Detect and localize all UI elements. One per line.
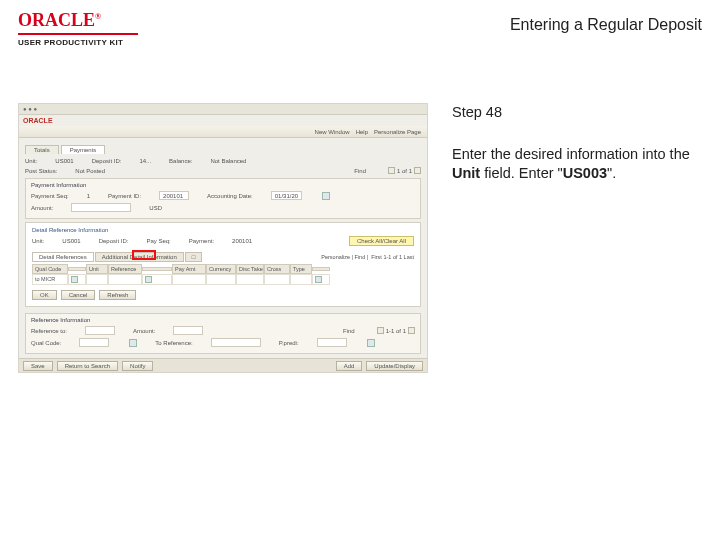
ss-grid-row: to MICR <box>32 274 414 285</box>
ss-payment-info-panel: Payment Information Payment Seq: 1 Payme… <box>25 178 421 219</box>
ss-dr-payment-label: Payment: <box>189 238 214 244</box>
lookup-icon[interactable] <box>145 276 152 283</box>
ss-cell-reference[interactable] <box>108 274 142 285</box>
ss-notify-button[interactable]: Notify <box>122 361 153 371</box>
calendar-icon[interactable] <box>322 192 330 200</box>
ss-ppred-label: P.predi: <box>279 340 299 346</box>
ss-find-label[interactable]: Find <box>354 168 366 174</box>
ss-toref-label: To Reference: <box>155 340 192 346</box>
ss-payment-info-header: Payment Information <box>31 182 415 188</box>
ss-depositid-value: 14... <box>139 158 151 164</box>
ss-ppred-input[interactable] <box>317 338 347 347</box>
ss-update-button[interactable]: Update/Display <box>366 361 423 371</box>
ss-cell-payamt[interactable] <box>172 274 206 285</box>
oracle-logo: ORACLE® <box>18 10 168 31</box>
ss-refamt-input[interactable] <box>173 326 203 335</box>
ss-dr-deposit-label: Deposit ID: <box>99 238 129 244</box>
ss-unit-label: Unit: <box>25 158 37 164</box>
ss-cell-lookup3[interactable] <box>312 274 330 285</box>
ss-dr-payseq-label: Pay Seq: <box>146 238 170 244</box>
ss-qualcode-input[interactable] <box>79 338 109 347</box>
ss-toref-input[interactable] <box>211 338 261 347</box>
ss-payseq-value: 1 <box>87 193 90 199</box>
ss-dr-payment-value: 200101 <box>232 238 252 244</box>
ss-refto-input[interactable] <box>85 326 115 335</box>
ss-ref-next[interactable] <box>408 327 415 334</box>
ss-refto-label: Reference to: <box>31 328 67 334</box>
ss-cell-lookup1[interactable] <box>68 274 86 285</box>
ss-poststatus-label: Post Status: <box>25 168 57 174</box>
ss-accdate-label: Accounting Date: <box>207 193 253 199</box>
ss-balance-value: Not Balanced <box>210 158 246 164</box>
ss-browser-bar: ● ● ● <box>19 104 427 115</box>
ss-unit-value: US001 <box>55 158 73 164</box>
ss-depositid-label: Deposit ID: <box>92 158 122 164</box>
ss-reference-info-panel: Reference Information Reference to: Amou… <box>25 313 421 354</box>
ss-ref-find[interactable]: Find <box>343 328 355 334</box>
ss-ok-button[interactable]: OK <box>32 290 57 300</box>
ss-grouptab-additional[interactable]: Additional Detail Information <box>95 252 184 262</box>
ss-dr-unit-label: Unit: <box>32 238 44 244</box>
ss-cancel-button[interactable]: Cancel <box>61 290 96 300</box>
ss-currency: USD <box>149 205 162 211</box>
ss-grid-header: Qual Code Unit Reference Pay Amt Currenc… <box>32 264 414 274</box>
ss-app-logo: ORACLE <box>19 115 57 126</box>
ss-tab-totals[interactable]: Totals <box>25 145 59 154</box>
ss-footer: Save Return to Search Notify Add Update/… <box>19 358 427 372</box>
ss-amount-label: Amount: <box>31 205 53 211</box>
ss-accdate-input[interactable]: 01/31/20 <box>271 191 302 200</box>
ss-save-button[interactable]: Save <box>23 361 53 371</box>
ss-paymentid-input[interactable]: 200101 <box>159 191 189 200</box>
ss-ref-prev[interactable] <box>377 327 384 334</box>
ss-grouptab-expand[interactable]: □ <box>185 252 203 262</box>
ss-detail-ref-panel: Detail Reference Information Unit: US001… <box>25 222 421 307</box>
ss-cell-lookup2[interactable] <box>142 274 172 285</box>
ss-link-personalize[interactable]: Personalize Page <box>374 129 421 135</box>
ss-refresh-button[interactable]: Refresh <box>99 290 136 300</box>
ss-cell-disc[interactable] <box>236 274 264 285</box>
product-name: USER PRODUCTIVITY KIT <box>18 38 168 47</box>
lookup-icon[interactable] <box>71 276 78 283</box>
ss-grid-pager: First 1-1 of 1 Last <box>371 254 414 260</box>
ss-tab-payments[interactable]: Payments <box>61 145 106 154</box>
ss-add-button[interactable]: Add <box>336 361 363 371</box>
ss-paymentid-label: Payment ID: <box>108 193 141 199</box>
ss-link-help[interactable]: Help <box>356 129 368 135</box>
ss-cell-currency[interactable] <box>206 274 236 285</box>
embedded-screenshot: ● ● ● ORACLE New Window Help Personalize… <box>18 103 428 373</box>
ss-detail-ref-title: Detail Reference Information <box>32 227 414 233</box>
ss-amount-input[interactable] <box>71 203 131 212</box>
lookup-icon[interactable] <box>367 339 375 347</box>
ss-grouptab-detail[interactable]: Detail References <box>32 252 94 262</box>
ss-refamt-label: Amount: <box>133 328 155 334</box>
ss-link-newwindow[interactable]: New Window <box>315 129 350 135</box>
ss-cell-unit[interactable] <box>86 274 108 285</box>
ss-cell-type[interactable] <box>290 274 312 285</box>
ss-tabs: Totals Payments <box>25 145 421 154</box>
instruction-text: Enter the desired information into the U… <box>452 145 702 184</box>
instruction-pane: Step 48 Enter the desired information in… <box>452 103 702 373</box>
ss-pager-top: 1 of 1 <box>388 167 421 174</box>
ss-qualcode-label: Qual Code: <box>31 340 61 346</box>
logo-underline <box>18 33 138 35</box>
page-title: Entering a Regular Deposit <box>510 10 702 34</box>
ss-return-button[interactable]: Return to Search <box>57 361 118 371</box>
ss-grid-personalize[interactable]: Personalize | Find | <box>321 254 368 260</box>
ss-check-all-button[interactable]: Check All/Clear All <box>349 236 414 246</box>
lookup-icon[interactable] <box>129 339 137 347</box>
step-label: Step 48 <box>452 103 702 123</box>
ss-balance-label: Balance: <box>169 158 192 164</box>
ss-menubar: New Window Help Personalize Page <box>19 126 427 138</box>
ss-pager-next[interactable] <box>414 167 421 174</box>
ss-dr-unit-value: US001 <box>62 238 80 244</box>
lookup-icon[interactable] <box>315 276 322 283</box>
brand-block: ORACLE® USER PRODUCTIVITY KIT <box>18 10 168 47</box>
ss-ref-pager: 1-1 of 1 <box>377 327 415 334</box>
ss-reference-info-header: Reference Information <box>31 317 415 323</box>
ss-cell-qualcode[interactable]: to MICR <box>32 274 68 285</box>
ss-payseq-label: Payment Seq: <box>31 193 69 199</box>
ss-cell-cross[interactable] <box>264 274 290 285</box>
ss-poststatus-value: Not Posted <box>75 168 105 174</box>
ss-pager-prev[interactable] <box>388 167 395 174</box>
